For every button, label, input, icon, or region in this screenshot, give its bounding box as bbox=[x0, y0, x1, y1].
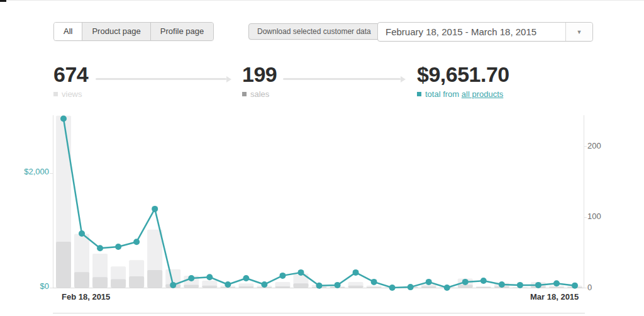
y-axis-right-tick-0: 0 bbox=[587, 283, 592, 292]
chevron-down-icon: ▼ bbox=[577, 29, 582, 35]
sales-legend-swatch bbox=[242, 92, 247, 96]
funnel-arrow-icon bbox=[283, 76, 406, 82]
total-label-prefix: total from bbox=[425, 89, 462, 99]
funnel-arrow-icon bbox=[96, 76, 231, 82]
stat-total: $9,651.70 total from all products bbox=[417, 64, 509, 99]
total-amount: $9,651.70 bbox=[417, 64, 509, 86]
views-legend-swatch bbox=[53, 92, 58, 96]
sales-label: sales bbox=[250, 89, 269, 99]
bottom-divider bbox=[53, 313, 585, 313]
top-border-line bbox=[0, 0, 644, 1]
all-products-link[interactable]: all products bbox=[462, 89, 503, 99]
views-count: 674 bbox=[53, 64, 88, 86]
date-range-select[interactable]: February 18, 2015 - March 18, 2015 ▼ bbox=[377, 22, 593, 42]
download-customer-data-button[interactable]: Download selected customer data bbox=[248, 23, 380, 40]
views-label: views bbox=[62, 89, 82, 99]
stat-views: 674 views bbox=[53, 64, 88, 99]
total-legend-swatch bbox=[417, 92, 421, 96]
y-axis-right-tick-200: 200 bbox=[587, 142, 601, 150]
tab-product-page[interactable]: Product page bbox=[82, 23, 150, 40]
y-axis-left-tick-0: $0 bbox=[18, 282, 49, 291]
y-axis-left-tick-2000: $2,000 bbox=[18, 167, 49, 176]
date-range-value: February 18, 2015 - March 18, 2015 bbox=[378, 23, 565, 41]
y-axis-right-tick-100: 100 bbox=[587, 212, 601, 221]
stat-sales: 199 sales bbox=[242, 64, 277, 99]
x-axis-end-label: Mar 18, 2015 bbox=[530, 292, 579, 302]
top-left-window-edge bbox=[0, 0, 6, 2]
tab-all[interactable]: All bbox=[54, 23, 82, 40]
page-filter-tab-group: All Product page Profile page bbox=[53, 22, 214, 41]
tab-profile-page[interactable]: Profile page bbox=[150, 23, 213, 40]
sales-count: 199 bbox=[242, 64, 277, 86]
x-axis-start-label: Feb 18, 2015 bbox=[62, 292, 110, 302]
chart-canvas bbox=[0, 0, 644, 316]
date-range-caret-box[interactable]: ▼ bbox=[565, 23, 592, 41]
